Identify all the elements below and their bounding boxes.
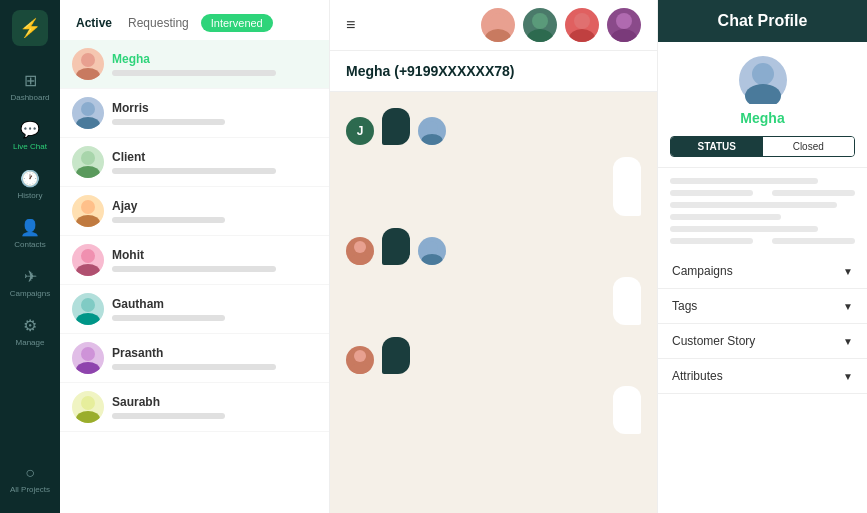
right-panel-title: Chat Profile: [658, 0, 867, 42]
avatar: [72, 342, 104, 374]
chat-preview: [112, 217, 225, 223]
chat-preview: [112, 315, 225, 321]
svg-point-32: [752, 63, 774, 85]
chat-name: Morris: [112, 101, 317, 115]
accordion-header-tags[interactable]: Tags ▼: [658, 289, 867, 323]
list-item[interactable]: Morris: [60, 89, 329, 138]
sidebar: ⚡ ⊞ Dashboard 💬 Live Chat 🕐 History 👤 Co…: [0, 0, 60, 513]
message-avatar: J: [346, 117, 374, 145]
status-row: STATUS Closed: [670, 136, 855, 157]
message-avatar: [346, 346, 374, 374]
profile-name: Megha: [740, 110, 784, 126]
header-avatar: [607, 8, 641, 42]
tabs-row: Active Requesting Intervened: [60, 0, 329, 40]
avatar: [72, 195, 104, 227]
accordion-header-campaigns[interactable]: Campaigns ▼: [658, 254, 867, 288]
sidebar-item-all-projects[interactable]: ○ All Projects: [0, 456, 60, 502]
all-projects-icon: ○: [25, 464, 35, 482]
list-item[interactable]: Prasanth: [60, 334, 329, 383]
sidebar-item-manage[interactable]: ⚙ Manage: [0, 308, 60, 355]
avatar: [72, 293, 104, 325]
tab-requesting[interactable]: Requesting: [124, 14, 193, 32]
chevron-down-icon: ▼: [843, 301, 853, 312]
campaigns-icon: ✈: [24, 267, 37, 286]
svg-point-16: [490, 13, 506, 29]
chat-info: Megha: [112, 52, 317, 76]
chat-name: Prasanth: [112, 346, 317, 360]
chat-name: Client: [112, 150, 317, 164]
sidebar-item-history[interactable]: 🕐 History: [0, 161, 60, 208]
history-icon: 🕐: [20, 169, 40, 188]
svg-point-5: [76, 166, 100, 178]
chevron-down-icon: ▼: [843, 336, 853, 347]
message-bubble-user: [613, 277, 641, 325]
header-avatar: [565, 8, 599, 42]
chat-info: Ajay: [112, 199, 317, 223]
accordion: Campaigns ▼ Tags ▼ Customer Story ▼ Attr…: [658, 254, 867, 513]
list-item[interactable]: Client: [60, 138, 329, 187]
list-item[interactable]: Saurabh: [60, 383, 329, 432]
avatar: [72, 97, 104, 129]
accordion-campaigns: Campaigns ▼: [658, 254, 867, 289]
sidebar-item-dashboard[interactable]: ⊞ Dashboard: [0, 63, 60, 110]
chat-main: ≡ Megha (+9199XXXXXX78) J: [330, 0, 657, 513]
svg-point-17: [485, 29, 511, 42]
svg-point-1: [76, 68, 100, 80]
list-item[interactable]: Gautham: [60, 285, 329, 334]
svg-point-11: [76, 313, 100, 325]
svg-point-27: [349, 254, 371, 265]
avatar: [72, 244, 104, 276]
chat-preview: [112, 70, 276, 76]
svg-point-33: [745, 84, 781, 104]
svg-point-25: [421, 134, 443, 145]
svg-point-26: [354, 241, 366, 253]
chat-info: Gautham: [112, 297, 317, 321]
sidebar-item-campaigns[interactable]: ✈ Campaigns: [0, 259, 60, 306]
header-avatar: [481, 8, 515, 42]
chat-preview: [112, 168, 276, 174]
tab-active[interactable]: Active: [72, 14, 116, 32]
message-bubble-user: [613, 386, 641, 434]
list-item[interactable]: Ajay: [60, 187, 329, 236]
message-bubble-agent: [382, 228, 410, 265]
message-bubble-agent: [382, 108, 410, 145]
svg-point-19: [527, 29, 553, 42]
chat-list-panel: Active Requesting Intervened Megha Morri…: [60, 0, 330, 513]
sidebar-item-contacts[interactable]: 👤 Contacts: [0, 210, 60, 257]
svg-point-24: [426, 121, 438, 133]
avatar: [72, 48, 104, 80]
svg-point-23: [611, 29, 637, 42]
sidebar-item-live-chat[interactable]: 💬 Live Chat: [0, 112, 60, 159]
svg-point-8: [81, 249, 95, 263]
accordion-attributes: Attributes ▼: [658, 359, 867, 394]
message-avatar: [346, 237, 374, 265]
message-row: [346, 228, 641, 265]
chat-name: Megha: [112, 52, 317, 66]
svg-point-21: [569, 29, 595, 42]
svg-point-7: [76, 215, 100, 227]
status-label: STATUS: [671, 137, 763, 156]
message-avatar-right: [418, 237, 446, 265]
svg-point-14: [81, 396, 95, 410]
dashboard-icon: ⊞: [24, 71, 37, 90]
chevron-down-icon: ▼: [843, 371, 853, 382]
svg-point-29: [421, 254, 443, 265]
list-item[interactable]: Mohit: [60, 236, 329, 285]
accordion-header-customer-story[interactable]: Customer Story ▼: [658, 324, 867, 358]
tab-intervened[interactable]: Intervened: [201, 14, 273, 32]
svg-point-12: [81, 347, 95, 361]
avatar: [72, 146, 104, 178]
svg-point-18: [532, 13, 548, 29]
hamburger-icon[interactable]: ≡: [346, 16, 355, 34]
chat-preview: [112, 266, 276, 272]
chat-info: Morris: [112, 101, 317, 125]
profile-avatar: [739, 56, 787, 104]
contacts-icon: 👤: [20, 218, 40, 237]
svg-point-28: [426, 241, 438, 253]
chevron-down-icon: ▼: [843, 266, 853, 277]
svg-point-6: [81, 200, 95, 214]
list-item[interactable]: Megha: [60, 40, 329, 89]
chat-name: Mohit: [112, 248, 317, 262]
accordion-header-attributes[interactable]: Attributes ▼: [658, 359, 867, 393]
chat-header: Megha (+9199XXXXXX78): [330, 51, 657, 92]
